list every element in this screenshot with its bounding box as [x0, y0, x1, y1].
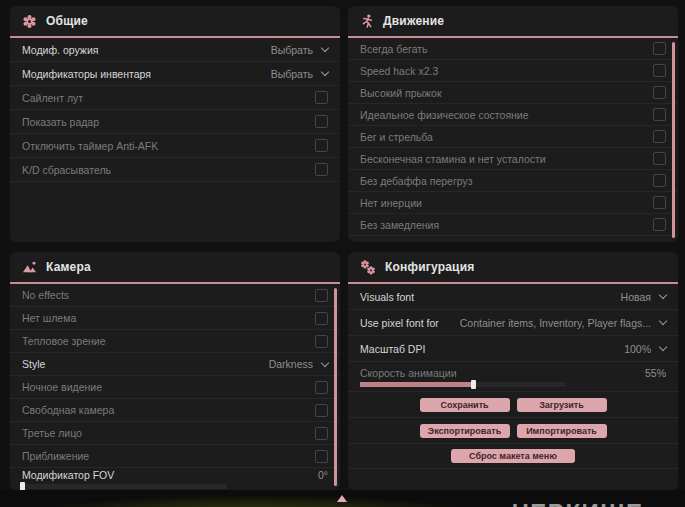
- setting-label: Нет инерции: [360, 197, 422, 209]
- checkbox[interactable]: [653, 196, 666, 209]
- image-icon: [22, 260, 37, 274]
- setting-row-show-radar[interactable]: Показать радар: [10, 110, 340, 134]
- checkbox[interactable]: [315, 404, 328, 417]
- setting-row-weapon-mod: Модиф. оружия Выбрать: [10, 38, 340, 62]
- setting-label: Показать радар: [22, 116, 99, 128]
- pixel-font-dropdown[interactable]: Container items, Inventory, Player flags…: [460, 317, 666, 329]
- movement-scrollbar[interactable]: [672, 42, 675, 238]
- checkbox[interactable]: [315, 91, 328, 104]
- chevron-down-icon: [659, 343, 667, 351]
- setting-row-no-overload-debuff[interactable]: Без дебаффа перегруз: [348, 170, 678, 192]
- setting-row-no-helmet[interactable]: Нет шлема: [10, 307, 340, 330]
- setting-label: Style: [22, 358, 45, 370]
- panel-title: Конфигурация: [385, 260, 474, 274]
- triangle-marker-icon: [337, 495, 347, 502]
- export-button[interactable]: Экспортировать: [420, 424, 510, 438]
- setting-row-free-camera[interactable]: Свободная камера: [10, 399, 340, 422]
- chevron-down-icon: [321, 68, 329, 76]
- setting-row-kd-reset[interactable]: K/D сбрасыватель: [10, 158, 340, 182]
- checkbox[interactable]: [315, 335, 328, 348]
- checkbox[interactable]: [315, 289, 328, 302]
- setting-label: Идеальное физическое состояние: [360, 109, 529, 121]
- checkbox[interactable]: [653, 130, 666, 143]
- panel-camera-header: Камера: [10, 252, 340, 284]
- setting-row-no-effects[interactable]: No effects: [10, 284, 340, 307]
- setting-row-anti-afk[interactable]: Отключить таймер Anti-AFK: [10, 134, 340, 158]
- dropdown-value: Darkness: [269, 358, 313, 370]
- checkbox[interactable]: [315, 381, 328, 394]
- dropdown-value: Новая: [621, 291, 651, 303]
- config-button-row-3: Сброс макета меню: [348, 444, 678, 469]
- checkbox[interactable]: [315, 427, 328, 440]
- checkbox[interactable]: [653, 108, 666, 121]
- setting-row-style: Style Darkness: [10, 353, 340, 376]
- setting-row-night-vision[interactable]: Ночное видение: [10, 376, 340, 399]
- animation-speed-slider[interactable]: [360, 382, 565, 387]
- animation-speed-value: 55%: [645, 367, 666, 379]
- checkbox[interactable]: [315, 139, 328, 152]
- checkbox[interactable]: [315, 450, 328, 463]
- load-button[interactable]: Загрузить: [517, 398, 607, 412]
- panel-title: Движение: [383, 14, 444, 28]
- setting-row-always-run[interactable]: Всегда бегать: [348, 38, 678, 60]
- setting-row-inventory-mods: Модификаторы инвентаря Выбрать: [10, 62, 340, 86]
- setting-row-high-jump[interactable]: Высокий прыжок: [348, 82, 678, 104]
- weapon-mod-dropdown[interactable]: Выбрать: [271, 44, 328, 56]
- gears-icon: [360, 259, 376, 275]
- visuals-font-dropdown[interactable]: Новая: [621, 291, 666, 303]
- setting-row-zoom[interactable]: Приближение: [10, 445, 340, 468]
- checkbox[interactable]: [653, 64, 666, 77]
- setting-row-thermal-vision[interactable]: Тепловое зрение: [10, 330, 340, 353]
- setting-row-third-person[interactable]: Третье лицо: [10, 422, 340, 445]
- inventory-mods-dropdown[interactable]: Выбрать: [271, 68, 328, 80]
- game-background-text: ЧЕРКИШЕ: [512, 499, 643, 507]
- setting-row-run-and-shoot[interactable]: Бег и стрельба: [348, 126, 678, 148]
- setting-label: Нет шлема: [22, 312, 76, 324]
- setting-row-no-inertia[interactable]: Нет инерции: [348, 192, 678, 214]
- checkbox[interactable]: [653, 42, 666, 55]
- setting-row-no-slowdown[interactable]: Без замедления: [348, 214, 678, 236]
- checkbox[interactable]: [653, 174, 666, 187]
- setting-label: Бег и стрельба: [360, 131, 433, 143]
- setting-row-speed-hack[interactable]: Speed hack x2.3: [348, 60, 678, 82]
- setting-label: Отключить таймер Anti-AFK: [22, 140, 158, 152]
- runner-icon: [360, 14, 374, 29]
- panel-movement: Движение Всегда бегать Speed hack x2.3 В…: [348, 6, 678, 242]
- chevron-down-icon: [321, 358, 329, 366]
- checkbox[interactable]: [653, 218, 666, 231]
- reset-menu-layout-button[interactable]: Сброс макета меню: [451, 449, 575, 463]
- setting-row-pixel-font: Use pixel font for Container items, Inve…: [348, 310, 678, 336]
- setting-row-silent-loot[interactable]: Сайлент лут: [10, 86, 340, 110]
- setting-label: Масштаб DPI: [360, 343, 425, 355]
- slider-handle[interactable]: [471, 380, 476, 389]
- panel-camera: Камера No effects Нет шлема Тепловое зре…: [10, 252, 340, 490]
- dpi-scale-dropdown[interactable]: 100%: [624, 343, 666, 355]
- dropdown-value: 100%: [624, 343, 651, 355]
- checkbox[interactable]: [653, 86, 666, 99]
- setting-label: Без замедления: [360, 219, 439, 231]
- checkbox[interactable]: [315, 312, 328, 325]
- checkbox[interactable]: [653, 152, 666, 165]
- setting-label: Visuals font: [360, 291, 414, 303]
- setting-row-fov-modifier: Модификатор FOV 0°: [10, 468, 340, 490]
- dropdown-value: Выбрать: [271, 44, 313, 56]
- style-dropdown[interactable]: Darkness: [269, 358, 328, 370]
- gear-icon: [22, 14, 37, 29]
- setting-row-infinite-stamina[interactable]: Бесконечная стамина и нет усталости: [348, 148, 678, 170]
- setting-label: Use pixel font for: [360, 317, 439, 329]
- setting-label: Модификатор FOV: [22, 469, 114, 481]
- setting-row-visuals-font: Visuals font Новая: [348, 284, 678, 310]
- setting-row-perfect-condition[interactable]: Идеальное физическое состояние: [348, 104, 678, 126]
- panel-title: Общие: [46, 14, 88, 28]
- fov-value: 0°: [318, 469, 328, 481]
- setting-label: Модификаторы инвентаря: [22, 68, 151, 80]
- panel-movement-header: Движение: [348, 6, 678, 38]
- config-button-row-1: Сохранить Загрузить: [348, 392, 678, 418]
- fov-slider[interactable]: [22, 484, 227, 489]
- checkbox[interactable]: [315, 115, 328, 128]
- camera-scrollbar[interactable]: [334, 288, 337, 486]
- setting-label: Speed hack x2.3: [360, 65, 438, 77]
- checkbox[interactable]: [315, 163, 328, 176]
- save-button[interactable]: Сохранить: [420, 398, 510, 412]
- import-button[interactable]: Импортировать: [517, 424, 607, 438]
